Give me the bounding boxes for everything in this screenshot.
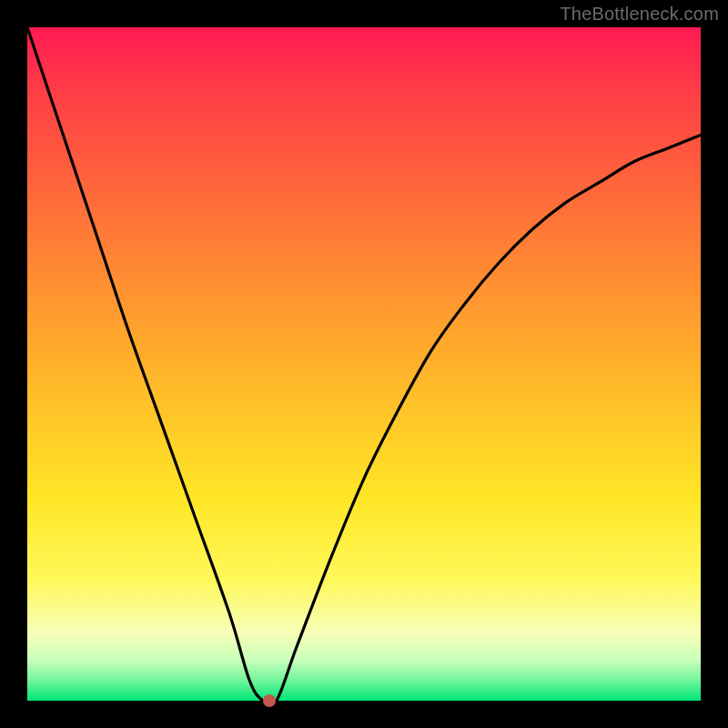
minimum-marker-dot [263, 694, 276, 707]
curve-path [27, 27, 701, 701]
chart-frame: TheBottleneck.com [0, 0, 728, 728]
bottleneck-curve [27, 27, 701, 701]
watermark-text: TheBottleneck.com [560, 4, 719, 25]
plot-area [27, 27, 701, 701]
